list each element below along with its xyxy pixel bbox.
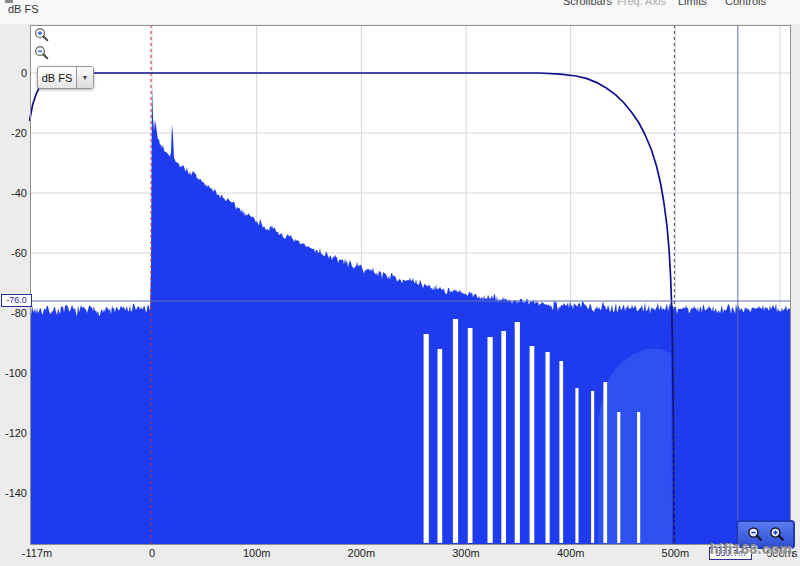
zoom-out-button[interactable] <box>33 45 50 62</box>
y-tick-label: -100 <box>0 367 27 379</box>
chevron-down-icon[interactable]: ▼ <box>76 67 93 88</box>
cursor-level-readout: -76.0 <box>1 294 32 307</box>
x-tick-label: 0 <box>127 547 177 559</box>
dropdown-value: dB FS <box>38 72 76 84</box>
x-tick-label: 200m <box>336 547 386 559</box>
y-tick-label: -120 <box>0 427 27 439</box>
watermark: hifi168.com <box>710 541 793 557</box>
audio-analyzer-window: dB FS Scrollbars Freq. Axis Limits Contr… <box>0 0 800 566</box>
y-tick-label: -140 <box>0 487 27 499</box>
x-tick-label: -117m <box>12 547 62 559</box>
zoom-in-button[interactable] <box>33 27 50 44</box>
zoom-out-magnifier-icon <box>33 45 50 62</box>
x-tick-label: 100m <box>232 547 282 559</box>
x-tick-label: 300m <box>441 547 491 559</box>
y-axis-unit-dropdown[interactable]: dB FS ▼ <box>37 66 94 89</box>
y-tick-label: -40 <box>0 187 27 199</box>
x-tick-label: 400m <box>546 547 596 559</box>
waveform-plot[interactable] <box>0 0 800 566</box>
y-tick-label: -80 <box>0 307 27 319</box>
zoom-in-magnifier-icon <box>33 27 50 44</box>
x-tick-label: 500m <box>650 547 700 559</box>
y-tick-label: -60 <box>0 247 27 259</box>
y-tick-label: 0 <box>0 67 27 79</box>
y-tick-label: -20 <box>0 127 27 139</box>
